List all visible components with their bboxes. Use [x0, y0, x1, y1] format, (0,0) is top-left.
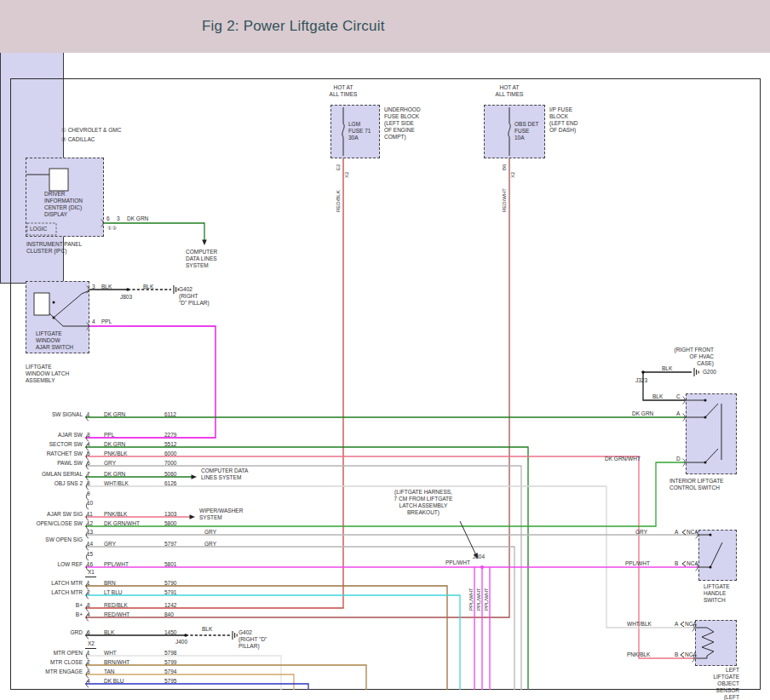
- ground-symbol-g402: [233, 631, 237, 640]
- nca-chevron: [682, 561, 686, 566]
- ctrl-switch-blades: [705, 404, 718, 462]
- splice-j803: [126, 288, 129, 291]
- nca-chevron: [681, 622, 684, 627]
- contact-dot: [53, 317, 55, 319]
- contact-dot: [53, 301, 55, 304]
- ground-symbol-g200: [694, 368, 698, 376]
- wiring-svg: [0, 0, 770, 700]
- component-symbols: [26, 107, 722, 658]
- wire-latch-mtr-ltblu: [85, 595, 460, 690]
- fuse-element: [509, 107, 510, 156]
- nca-chevron: [681, 652, 684, 657]
- wire-g200: [643, 372, 692, 400]
- ajar-switch-lead: [49, 313, 89, 326]
- splice-j323: [641, 370, 645, 374]
- leader-arrowhead-icon: [474, 553, 480, 559]
- fuse-element: [342, 107, 344, 156]
- wire-ajar-sw-ppl: [85, 326, 215, 438]
- handle-switch-blade: [710, 542, 722, 567]
- wire-sector-sw: [85, 447, 528, 690]
- nca-chevron: [682, 530, 686, 535]
- splice-dots: [53, 288, 712, 637]
- contact-dot: [710, 534, 712, 536]
- splice-j804: [480, 565, 484, 569]
- arrow-right-icon: [192, 474, 198, 479]
- wire-mtr-close: [85, 665, 366, 690]
- logic-box: [27, 223, 56, 235]
- arrow-right-icon: [190, 514, 196, 519]
- contact-dot: [710, 566, 712, 569]
- wire-obj-sns-2: [85, 486, 695, 628]
- object-sensor-element: [702, 628, 714, 658]
- ground-symbol-g402: [174, 285, 178, 294]
- circuit-wires: [85, 158, 698, 690]
- arrow-down-icon: [202, 240, 207, 246]
- splice-j400: [184, 634, 187, 637]
- wire-redblk-feed: [85, 158, 343, 608]
- ctrl-switch-leads: [686, 400, 721, 462]
- wire-redwht-feed: [85, 158, 509, 617]
- contact-dot: [704, 462, 707, 464]
- dic-display-symbol: [49, 169, 68, 191]
- wire-mtr-engage: [85, 674, 294, 690]
- contact-dot: [704, 399, 707, 402]
- wiring-diagram-page: Fig 2: Power Liftgate Circuit: [0, 0, 770, 700]
- contact-dot: [704, 416, 707, 419]
- wire-sw-open-sig: [85, 547, 514, 690]
- wire-low-ref-splices: [474, 567, 490, 690]
- latch-symbol: [34, 293, 49, 315]
- handle-switch-leads: [698, 535, 710, 567]
- wire-mtr-open: [85, 656, 281, 690]
- wire-dic-data: [104, 223, 204, 244]
- ajar-switch-blade: [54, 290, 89, 318]
- wire-mtr-dkblu: [85, 684, 308, 690]
- grounds-and-arrows: [174, 240, 698, 640]
- object-sensor-leads: [695, 628, 707, 658]
